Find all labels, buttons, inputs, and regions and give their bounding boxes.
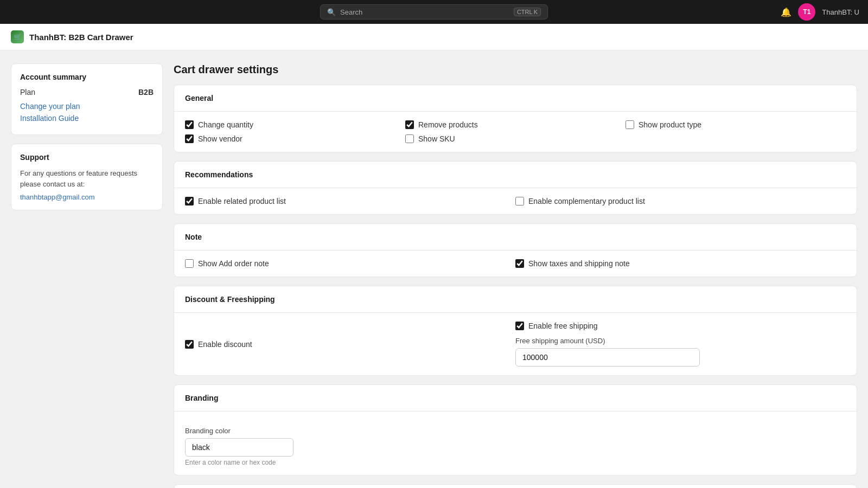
support-title: Support — [20, 153, 154, 162]
note-section-body: Show Add order note Show taxes and shipp… — [174, 251, 857, 277]
avatar: T1 — [798, 3, 815, 21]
show-vendor-label: Show vendor — [198, 134, 242, 143]
discount-freeshipping-section: Discount & Freeshipping Enable discount … — [174, 286, 857, 376]
enable-free-shipping-checkbox[interactable] — [515, 322, 524, 330]
search-bar[interactable]: 🔍 Search CTRL K — [320, 4, 548, 20]
show-sku-checkbox-item[interactable]: Show SKU — [405, 134, 626, 143]
account-summary-title: Account summary — [20, 73, 154, 81]
recommendations-section: Recommendations Enable related product l… — [174, 161, 857, 215]
general-section-header: General — [174, 85, 857, 112]
remove-products-checkbox[interactable] — [405, 120, 414, 129]
search-shortcut: CTRL K — [514, 8, 541, 16]
enable-related-product-label: Enable related product list — [198, 197, 286, 206]
show-sku-label: Show SKU — [418, 134, 455, 143]
installation-guide-link[interactable]: Installation Guide — [20, 114, 154, 123]
discount-freeshipping-section-body: Enable discount Enable free shipping Fre… — [174, 313, 857, 375]
main-layout: Account summary Plan B2B Change your pla… — [0, 50, 868, 488]
account-summary-card: Account summary Plan B2B Change your pla… — [11, 63, 163, 135]
support-email-link[interactable]: thanhbtapp@gmail.com — [20, 193, 95, 201]
show-add-order-note-label: Show Add order note — [198, 259, 269, 268]
show-vendor-checkbox[interactable] — [185, 134, 194, 143]
show-taxes-shipping-note-checkbox-item[interactable]: Show taxes and shipping note — [515, 259, 846, 268]
show-taxes-shipping-note-label: Show taxes and shipping note — [528, 259, 630, 268]
enable-free-shipping-label: Enable free shipping — [528, 322, 598, 330]
recommendations-section-body: Enable related product list Enable compl… — [174, 188, 857, 214]
show-product-type-checkbox-item[interactable]: Show product type — [626, 120, 846, 129]
enable-free-shipping-wrapper: Enable free shipping Free shipping amoun… — [515, 322, 846, 367]
b2b-tiers-section-header: B2B tiers list — [174, 485, 857, 488]
general-section: General Change quantity Remove products — [174, 85, 857, 152]
show-product-type-checkbox[interactable] — [626, 120, 634, 129]
show-vendor-checkbox-item[interactable]: Show vendor — [185, 134, 405, 143]
show-product-type-label: Show product type — [639, 120, 701, 129]
page-title: Cart drawer settings — [174, 63, 857, 76]
general-empty-cell — [626, 134, 846, 143]
support-text: For any questions or feature requests pl… — [20, 168, 154, 189]
settings-content: Cart drawer settings General Change quan… — [174, 63, 857, 488]
free-shipping-amount-input[interactable] — [515, 348, 700, 367]
branding-section: Branding Branding color Enter a color na… — [174, 384, 857, 476]
enable-discount-label: Enable discount — [198, 340, 252, 349]
app-icon: 🛒 — [11, 30, 24, 43]
app-title: ThanhBT: B2B Cart Drawer — [29, 33, 133, 42]
top-navigation: 🔍 Search CTRL K 🔔 T1 ThanhBT: U — [0, 0, 868, 24]
note-checkbox-grid: Show Add order note Show taxes and shipp… — [185, 259, 846, 268]
branding-color-field: Branding color Enter a color name or hex… — [185, 427, 846, 466]
app-header: 🛒 ThanhBT: B2B Cart Drawer — [0, 24, 868, 50]
discount-checkbox-grid: Enable discount Enable free shipping Fre… — [185, 322, 846, 367]
recommendations-checkbox-grid: Enable related product list Enable compl… — [185, 197, 846, 206]
plan-row: Plan B2B — [20, 88, 154, 97]
plan-value: B2B — [138, 88, 154, 97]
enable-complementary-product-label: Enable complementary product list — [528, 197, 645, 206]
change-quantity-checkbox-item[interactable]: Change quantity — [185, 120, 405, 129]
branding-color-hint: Enter a color name or hex code — [185, 459, 846, 466]
branding-section-body: Branding color Enter a color name or hex… — [174, 412, 857, 475]
search-placeholder: Search — [340, 8, 509, 16]
general-section-body: Change quantity Remove products Show pro… — [174, 112, 857, 152]
recommendations-section-header: Recommendations — [174, 162, 857, 188]
change-quantity-checkbox[interactable] — [185, 120, 194, 129]
branding-color-input[interactable] — [185, 438, 293, 457]
note-section: Note Show Add order note Show taxes and … — [174, 223, 857, 277]
note-section-header: Note — [174, 224, 857, 251]
show-taxes-shipping-note-checkbox[interactable] — [515, 259, 524, 268]
enable-complementary-product-checkbox[interactable] — [515, 197, 524, 206]
show-sku-checkbox[interactable] — [405, 134, 414, 143]
enable-related-product-checkbox[interactable] — [185, 197, 194, 206]
change-quantity-label: Change quantity — [198, 120, 253, 129]
support-card: Support For any questions or feature req… — [11, 144, 163, 210]
notifications-bell-icon[interactable]: 🔔 — [781, 7, 792, 17]
enable-discount-checkbox[interactable] — [185, 340, 194, 349]
plan-label: Plan — [20, 88, 35, 97]
sidebar: Account summary Plan B2B Change your pla… — [11, 63, 163, 488]
enable-free-shipping-checkbox-item[interactable]: Enable free shipping — [515, 322, 846, 330]
remove-products-label: Remove products — [418, 120, 478, 129]
discount-freeshipping-section-header: Discount & Freeshipping — [174, 286, 857, 313]
enable-related-product-checkbox-item[interactable]: Enable related product list — [185, 197, 515, 206]
enable-complementary-product-checkbox-item[interactable]: Enable complementary product list — [515, 197, 846, 206]
change-plan-link[interactable]: Change your plan — [20, 102, 154, 111]
free-shipping-amount-field: Free shipping amount (USD) — [515, 337, 846, 367]
remove-products-checkbox-item[interactable]: Remove products — [405, 120, 626, 129]
show-add-order-note-checkbox-item[interactable]: Show Add order note — [185, 259, 515, 268]
show-add-order-note-checkbox[interactable] — [185, 259, 194, 268]
free-shipping-amount-label: Free shipping amount (USD) — [515, 337, 846, 345]
branding-color-label: Branding color — [185, 427, 846, 435]
enable-discount-checkbox-item[interactable]: Enable discount — [185, 322, 515, 367]
general-checkbox-grid: Change quantity Remove products Show pro… — [185, 120, 846, 143]
username-label: ThanhBT: U — [822, 8, 859, 16]
branding-section-header: Branding — [174, 385, 857, 412]
search-icon: 🔍 — [327, 8, 336, 16]
b2b-tiers-section: B2B tiers list — [174, 484, 857, 488]
